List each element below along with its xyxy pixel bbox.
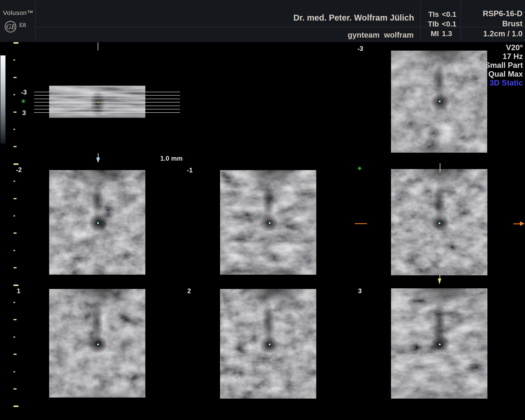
slice-line: [34, 102, 180, 103]
ruler-tick: [13, 354, 17, 355]
mi-value: 1.3: [442, 29, 452, 38]
top-center-marker-line: [98, 42, 98, 50]
ruler-tick: [13, 215, 15, 216]
mi-label: MI: [424, 29, 439, 38]
slice-label-minus1: -1: [187, 167, 193, 173]
physician-name: Dr. med. Peter. Wolfram Jülich: [293, 13, 414, 22]
slice-image-plus1[interactable]: [49, 289, 145, 398]
right-arrow-head-icon: [520, 221, 525, 226]
right-arrow-icon: [513, 224, 520, 224]
ruler-tick: [13, 181, 15, 182]
slice-line: [34, 112, 180, 113]
overview-reference-icon: ✳: [21, 99, 26, 104]
slice-spacing-label: 1.0 mm: [160, 155, 183, 162]
ruler-tick: [13, 233, 17, 234]
x-axis-marker-line: [355, 223, 367, 224]
slice-image-plus2[interactable]: [220, 289, 316, 399]
ruler-tick: [13, 405, 19, 407]
center-marker-dot: [97, 343, 99, 345]
slice-image-minus1[interactable]: [220, 170, 316, 275]
header-separator-right: [460, 2, 461, 40]
ruler-tick: [13, 77, 17, 78]
ruler-tick: [13, 250, 15, 251]
overview-top-range-label: -3: [21, 89, 27, 95]
center-marker-dot: [439, 222, 441, 224]
ruler-tick: [13, 163, 19, 165]
ruler-tick: [13, 388, 17, 390]
overview-slice-image[interactable]: [49, 86, 145, 118]
ti-soft-value: <0.1: [442, 10, 456, 19]
center-marker-dot: [269, 222, 271, 224]
ti-soft-label: TIs: [424, 10, 439, 19]
ti-bone-row: TIb <0.1: [424, 20, 460, 28]
center-marker-dot: [97, 222, 99, 224]
ruler-tick: [13, 112, 17, 113]
slice-line: [34, 109, 180, 109]
speckle-texture: [49, 86, 145, 118]
ruler-tick: [13, 42, 19, 44]
exam-preset: Brust: [472, 19, 523, 28]
slice-label-minus3: -3: [357, 45, 363, 52]
slice-label-plus2: 2: [187, 288, 191, 294]
ruler-tick: [13, 302, 15, 303]
center-marker-dot: [439, 343, 441, 345]
slice-label-plus3: 3: [358, 288, 362, 294]
overview-bottom-range-label: 3: [22, 110, 26, 116]
slice-line: [34, 106, 180, 106]
overview-center-marker: [97, 102, 99, 103]
slice-label-minus2: -2: [16, 167, 22, 173]
operator-name: gynteam wolfram: [347, 31, 414, 39]
ruler-tick: [13, 371, 15, 372]
svg-text:GE: GE: [6, 23, 16, 30]
header-bar: Voluson™ GE E8 Dr. med. Peter. Wolfram J…: [0, 0, 525, 42]
ultrasound-screen: Voluson™ GE E8 Dr. med. Peter. Wolfram J…: [0, 0, 525, 420]
speckle-texture: [49, 289, 145, 398]
yellow-down-arrow-head-icon: [438, 279, 441, 284]
ge-logo-icon: GE: [4, 20, 17, 33]
speckle-texture: [220, 170, 316, 275]
slice-label-plus1: 1: [17, 288, 20, 294]
center-marker-dot: [269, 343, 271, 345]
ti-soft-row: TIs <0.1: [424, 10, 460, 19]
ruler-tick: [13, 336, 15, 338]
ruler-tick: [13, 267, 17, 268]
ti-bone-value: <0.1: [442, 20, 456, 28]
header-separator-left: [35, 2, 36, 40]
model-label: E8: [19, 22, 26, 28]
probe-model: RSP6-16-D: [472, 9, 523, 18]
ruler-tick: [13, 94, 15, 95]
ti-bone-label: TIb: [424, 20, 439, 28]
header-separator-mid: [421, 2, 421, 40]
slice-line: [34, 99, 180, 99]
center-marker-dot: [439, 100, 441, 103]
depth-scale-info: 1.2cm / 1.0: [472, 29, 523, 38]
reference-slice-icon: ✳: [357, 166, 362, 171]
ruler-tick: [13, 285, 19, 286]
ruler-tick: [13, 198, 17, 199]
slice-line: [34, 92, 180, 92]
ruler-tick: [13, 146, 17, 147]
reference-vertical-marker-line: [440, 163, 440, 172]
grayscale-bar: [0, 56, 5, 144]
ruler-tick: [13, 129, 15, 130]
brand-wordmark: Voluson™: [3, 9, 33, 16]
slice-line: [34, 95, 180, 95]
mi-row: MI 1.3: [424, 29, 460, 38]
down-arrow-head-icon: [96, 158, 100, 163]
ruler-tick: [13, 319, 17, 320]
ruler-tick: [13, 59, 15, 61]
speckle-texture: [220, 289, 316, 399]
